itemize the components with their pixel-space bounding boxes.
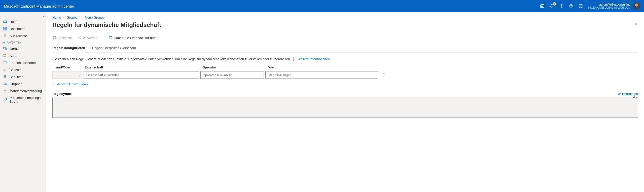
sidebar-item-label: Benutzer (10, 75, 23, 79)
svg-rect-20 (53, 36, 56, 39)
sidebar-item-tenant-admin[interactable]: Mandantenverwaltung (0, 87, 46, 94)
sidebar-item-label: Home (10, 20, 18, 24)
svg-rect-7 (5, 27, 7, 28)
chevron-right-icon: 〉 (81, 16, 83, 19)
andor-select[interactable]: ▾ (52, 71, 82, 79)
property-select[interactable]: Eigenschaft auswählen ▾ (84, 71, 199, 79)
sidebar-item-troubleshoot[interactable]: Problembehandlung + Sup... (0, 94, 46, 105)
save-button[interactable]: Speichern (52, 36, 72, 40)
rule-builder: und/Oder Eigenschaft Operator Wert ▾ Eig… (52, 65, 638, 86)
sidebar-item-label: Apps (10, 54, 17, 58)
sidebar-item-label: Dashboard (10, 27, 26, 31)
operator-select[interactable]: Operator auswählen ▾ (200, 71, 264, 79)
discard-button[interactable]: Verwerfen (78, 36, 98, 40)
svg-point-1 (561, 6, 562, 7)
sidebar-item-dashboard[interactable]: Dashboard (0, 25, 46, 32)
sidebar-item-home[interactable]: Home (0, 18, 46, 25)
svg-point-16 (4, 75, 6, 77)
avatar[interactable] (633, 3, 640, 10)
header-icons: 2 (540, 4, 583, 8)
brand-title: Microsoft Endpoint Manager admin center (4, 4, 540, 8)
command-bar: Speichern Verwerfen Haben Sie Feedback f… (52, 35, 638, 42)
discard-icon (78, 36, 81, 40)
sidebar-item-users[interactable]: Benutzer (0, 73, 46, 80)
chevron-right-icon: 〉 (106, 16, 109, 19)
breadcrumb-item[interactable]: Gruppen (67, 16, 80, 19)
star-icon: ★ (3, 41, 5, 44)
sidebar-item-groups[interactable]: Gruppen (0, 80, 46, 87)
save-icon (52, 36, 56, 40)
favorites-header: ★FAVORITEN (0, 39, 46, 45)
collapse-sidebar-icon[interactable]: « (43, 15, 45, 18)
more-icon[interactable]: ⋯ (164, 23, 168, 27)
chart-icon (3, 68, 7, 72)
help-icon[interactable] (569, 4, 573, 8)
breadcrumb: Home 〉 Gruppen 〉 Neue Gruppe 〉 (52, 16, 638, 19)
breadcrumb-item[interactable]: Neue Gruppe (85, 16, 104, 19)
breadcrumb-item[interactable]: Home (52, 16, 61, 19)
tab-configure[interactable]: Regeln konfigurieren (52, 46, 85, 52)
more-info-link[interactable]: Weitere Informationen (298, 57, 330, 61)
svg-point-18 (5, 83, 6, 84)
user-icon (3, 75, 7, 79)
feedback-icon[interactable] (578, 4, 583, 8)
rule-row: ▾ Eigenschaft auswählen ▾ Operator auswä… (52, 71, 638, 79)
svg-point-19 (5, 90, 6, 91)
dashboard-icon (3, 27, 7, 31)
col-operator: Operator (202, 65, 268, 69)
rule-header-row: und/Oder Eigenschaft Operator Wert (52, 65, 638, 71)
sidebar-item-reports[interactable]: Berichte (0, 66, 46, 73)
sidebar-item-endpoint-security[interactable]: Endpunktsicherheit (0, 59, 46, 66)
svg-point-5 (581, 6, 581, 6)
sidebar: « Home Dashboard Alle Dienste ★FAVORITEN… (0, 12, 46, 192)
app-header: Microsoft Endpoint Manager admin center … (0, 0, 644, 12)
col-andor: und/Oder (52, 65, 85, 69)
account-block[interactable]: aaron@siller.consulting SILLER.CONSULTIN… (588, 3, 630, 9)
chevron-down-icon: ▾ (195, 74, 197, 76)
value-input[interactable] (265, 71, 378, 79)
svg-point-4 (580, 6, 580, 6)
tab-validate[interactable]: Regeln überprüfen (Vorschau) (92, 46, 136, 52)
syntax-label: Regelsyntax (52, 92, 618, 96)
edit-syntax-button[interactable]: Bearbeiten (618, 92, 638, 96)
syntax-textbox[interactable] (52, 97, 638, 118)
cloud-shell-icon[interactable] (540, 4, 545, 8)
list-icon (3, 34, 7, 38)
notification-badge: 2 (553, 2, 556, 6)
info-text: Sie können den Regel-Generator oder das … (52, 57, 638, 61)
info-icon[interactable]: i (292, 57, 295, 61)
separator (103, 35, 103, 40)
shield-icon (3, 61, 7, 65)
sidebar-item-label: Problembehandlung + Sup... (10, 96, 43, 103)
pencil-icon (618, 92, 621, 95)
delete-row-icon[interactable] (381, 72, 387, 78)
sidebar-item-label: Alle Dienste (10, 34, 27, 38)
sidebar-item-label: Berichte (10, 68, 22, 72)
page-title: Regeln für dynamische Mitgliedschaft (52, 21, 161, 28)
account-email: aaron@siller.consulting (588, 3, 630, 6)
close-icon[interactable]: ✕ (635, 22, 638, 26)
svg-rect-8 (4, 29, 5, 30)
group-icon (3, 82, 7, 86)
wrench-icon (3, 98, 7, 102)
gear-icon (3, 89, 7, 93)
notifications-icon[interactable]: 2 (550, 4, 554, 8)
settings-icon[interactable] (559, 4, 564, 8)
sidebar-item-devices[interactable]: Geräte (0, 45, 46, 52)
chevron-down-icon: ▾ (260, 74, 262, 76)
feedback-button[interactable]: Haben Sie Feedback für uns? (109, 36, 157, 40)
svg-rect-15 (5, 56, 6, 57)
col-value: Wert (268, 65, 638, 69)
sidebar-item-label: Gruppen (10, 82, 22, 86)
svg-rect-9 (5, 29, 7, 30)
sidebar-item-label: Mandantenverwaltung (10, 89, 42, 93)
sidebar-item-all-services[interactable]: Alle Dienste (0, 32, 46, 39)
svg-point-17 (4, 83, 5, 84)
grid-icon (3, 54, 7, 58)
sidebar-item-apps[interactable]: Apps (0, 52, 46, 59)
add-expression-button[interactable]: ＋ Ausdruck hinzufügen (52, 82, 88, 86)
svg-rect-6 (4, 27, 5, 28)
chevron-down-icon: ▾ (79, 74, 80, 76)
svg-point-3 (579, 4, 582, 8)
plus-icon: ＋ (52, 82, 56, 86)
